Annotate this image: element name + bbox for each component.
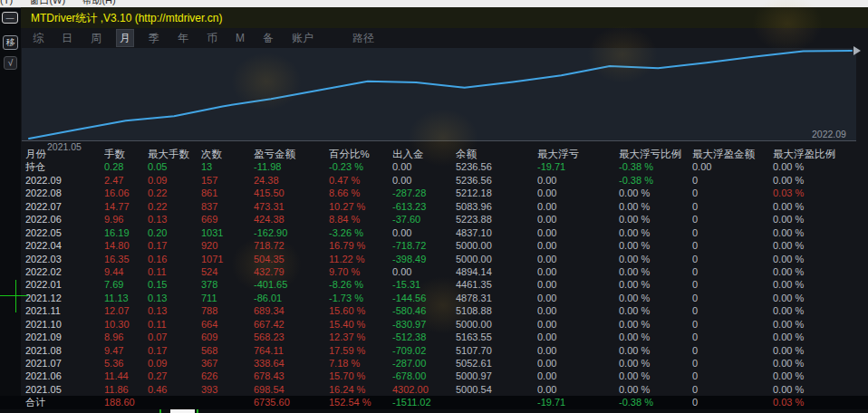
os-menu-items: (T) 窗口(W) 帮助(H) xyxy=(0,0,868,7)
cell: 338.64 xyxy=(254,357,329,370)
cell: 667.42 xyxy=(254,318,329,331)
cell: 0.00 % xyxy=(773,370,868,382)
cell: 152.54 % xyxy=(329,396,392,408)
cell: 568.23 xyxy=(254,331,329,343)
cell: 24.38 xyxy=(254,174,329,187)
row-label: 2021.06 xyxy=(25,370,104,382)
equity-chart-svg xyxy=(22,48,856,140)
table-row-持仓[interactable]: 持仓0.280.0513-11.98-0.23 %0.005236.56-19.… xyxy=(0,160,868,173)
move-tool-button[interactable]: 移 xyxy=(3,35,18,50)
table-row-2022.01[interactable]: 2022.017.690.15378-401.65-8.26 %-15.3144… xyxy=(0,278,868,291)
table-row-2021.10[interactable]: 2021.1010.300.11664667.4215.40 %-830.975… xyxy=(0,318,868,331)
cell: 0 xyxy=(692,253,773,265)
table-row-2022.09[interactable]: 2022.092.470.0915724.380.47 %0.005236.56… xyxy=(0,174,868,187)
cell: 0.00 xyxy=(537,318,619,331)
table-row-2022.08[interactable]: 2022.0816.060.22861415.508.66 %-287.2852… xyxy=(0,187,868,199)
tab-bi[interactable]: 币 xyxy=(204,30,220,46)
table-row-2022.03[interactable]: 2022.0316.350.161071504.3511.22 %-398.49… xyxy=(0,253,868,265)
table-row-2022.02[interactable]: 2022.029.440.11524432.799.70 %0.004894.1… xyxy=(0,265,868,278)
table-row-2021.08[interactable]: 2021.089.470.17568764.1117.59 %-709.0251… xyxy=(0,344,868,357)
cell: -15.31 xyxy=(392,278,456,291)
cell: 4461.35 xyxy=(456,278,537,291)
cell: 9.47 xyxy=(104,344,148,357)
cell: 689.34 xyxy=(254,304,329,317)
cell: 0.00 % xyxy=(773,200,868,213)
cell: 432.79 xyxy=(254,265,329,278)
cell: 424.38 xyxy=(254,213,329,226)
tab-zong[interactable]: 综 xyxy=(30,30,46,46)
cell: 0.00 % xyxy=(773,278,868,291)
tab-ji[interactable]: 季 xyxy=(146,30,162,46)
table-row-2022.06[interactable]: 2022.069.960.13669424.388.84 %-37.605223… xyxy=(0,213,868,226)
minimize-button[interactable]: — xyxy=(2,12,18,24)
column-header: 手数 xyxy=(104,148,148,160)
title-bar[interactable]: MTDriver统计 ,V3.10 (http://mtdriver.cn) xyxy=(21,7,868,28)
cell: -162.90 xyxy=(254,226,329,239)
cell: 0.00 xyxy=(537,253,619,265)
table-row-2021.09[interactable]: 2021.098.960.07609568.2312.37 %-512.3851… xyxy=(0,331,868,343)
table-row-2022.07[interactable]: 2022.0714.770.22837473.3110.27 %-613.235… xyxy=(0,200,868,213)
row-label: 2021.08 xyxy=(25,344,104,357)
cell: 0.16 xyxy=(148,253,201,265)
cell: 0.00 % xyxy=(619,265,692,278)
table-row-2021.06[interactable]: 2021.0611.440.27626678.4315.70 %-678.005… xyxy=(0,370,868,382)
cell xyxy=(201,396,254,408)
cell: -401.65 xyxy=(254,278,329,291)
tab-yue[interactable]: 月 xyxy=(117,30,133,46)
table-row-2021.07[interactable]: 2021.075.360.09367338.647.18 %-287.00505… xyxy=(0,357,868,370)
cell: -144.56 xyxy=(392,292,456,304)
column-header: 最大手数 xyxy=(148,148,201,160)
cell: 0.00 % xyxy=(773,253,868,265)
cell: 1031 xyxy=(201,226,254,239)
cell: 0.00 xyxy=(537,226,619,239)
cell: 5052.61 xyxy=(456,357,537,370)
cell: -580.46 xyxy=(392,304,456,317)
row-label: 2022.02 xyxy=(25,265,104,278)
cell: 9.44 xyxy=(104,265,148,278)
cell: 0.00 % xyxy=(619,344,692,357)
cell: 5000.00 xyxy=(456,253,537,265)
cell: 0.13 xyxy=(148,304,201,317)
cell: 0.00 xyxy=(537,213,619,226)
cell: 0.00 xyxy=(392,174,456,187)
cell: 0.22 xyxy=(148,187,201,199)
cell: 609 xyxy=(201,331,254,343)
table-row-2021.12[interactable]: 2021.1211.130.13711-86.01-1.73 %-144.564… xyxy=(0,292,868,304)
tab-path[interactable]: 路径 xyxy=(350,30,377,46)
table-row-合计[interactable]: 合计188.606735.60152.54 %-1511.02-19.71-0.… xyxy=(0,396,868,408)
table-row-2021.11[interactable]: 2021.1112.070.13788689.3415.60 %-580.465… xyxy=(0,304,868,317)
equity-line xyxy=(29,51,852,139)
cell: 0 xyxy=(692,396,773,408)
table-row-2022.05[interactable]: 2022.0516.190.201031-162.90-3.26 %0.0048… xyxy=(0,226,868,239)
crosshair-cursor-icon xyxy=(0,280,33,312)
table-row-2021.05[interactable]: 2021.0511.860.46393698.5416.24 %4302.005… xyxy=(0,383,868,396)
row-label: 2021.09 xyxy=(25,331,104,343)
cell: 2.47 xyxy=(104,174,148,187)
column-header: 最大浮亏比例 xyxy=(619,148,692,160)
cell: 0.00 % xyxy=(773,265,868,278)
cell: 0.00 xyxy=(537,239,619,252)
cell: -19.71 xyxy=(537,396,619,408)
tab-zhanghu[interactable]: 账户 xyxy=(289,30,316,46)
cell: 0.00 % xyxy=(619,278,692,291)
cell: 0.11 xyxy=(148,265,201,278)
table-row-2022.04[interactable]: 2022.0414.800.17920718.7216.79 %-718.725… xyxy=(0,239,868,252)
tab-ri[interactable]: 日 xyxy=(59,30,75,46)
check-tool-button[interactable]: √ xyxy=(4,56,17,70)
tab-bei[interactable]: 备 xyxy=(260,30,276,46)
cell: 0.15 xyxy=(148,278,201,291)
cell: 0.46 xyxy=(148,383,201,396)
cell: 11.22 % xyxy=(329,253,392,265)
cell: -709.02 xyxy=(392,344,456,357)
tab-nian[interactable]: 年 xyxy=(175,30,191,46)
tab-zhou[interactable]: 周 xyxy=(88,30,104,46)
cell: 0.00 % xyxy=(773,357,868,370)
cell: 837 xyxy=(201,200,254,213)
cell: 4837.10 xyxy=(456,226,537,239)
cell: 15.40 % xyxy=(329,318,392,331)
cell: 4302.00 xyxy=(392,383,456,396)
tab-m[interactable]: M xyxy=(233,30,247,46)
cell: 0.00 % xyxy=(619,253,692,265)
cell: 0.00 xyxy=(537,304,619,317)
cell: 0 xyxy=(692,318,773,331)
